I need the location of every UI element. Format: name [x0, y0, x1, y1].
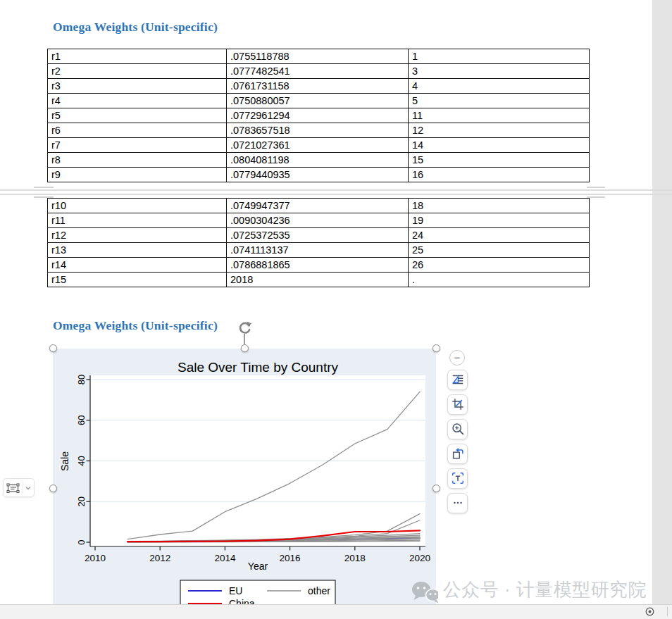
selection-handle-top-right[interactable] — [433, 344, 440, 352]
layout-options-icon — [451, 373, 465, 387]
heading-omega-weights-2[interactable]: Omega Weights (Unit-specific) — [53, 318, 218, 333]
page-break-line-bottom — [0, 194, 672, 195]
table-cell[interactable]: 3 — [409, 64, 590, 79]
rotate-arrow-icon — [237, 320, 252, 335]
table-cell[interactable]: r7 — [48, 138, 227, 153]
watermark: 公众号 · 计量模型研究院 — [438, 575, 652, 604]
table-cell[interactable]: r6 — [48, 123, 227, 138]
table-cell[interactable]: .0772961294 — [227, 108, 409, 123]
status-bar-divider — [667, 607, 668, 616]
table-cell[interactable]: r1 — [48, 49, 227, 64]
selection-handle-middle-right[interactable] — [433, 484, 440, 492]
table-cell[interactable]: r11 — [48, 213, 227, 228]
table-cell[interactable]: 26 — [409, 258, 590, 273]
extract-text-button[interactable] — [447, 468, 468, 489]
layout-options-button[interactable] — [447, 370, 468, 390]
table-cell[interactable]: .0750880057 — [227, 94, 409, 108]
rotate-icon — [451, 446, 465, 461]
table-row: r7.072102736114 — [48, 138, 590, 153]
table-cell[interactable]: r3 — [48, 79, 227, 94]
more-options-button[interactable] — [447, 493, 468, 513]
table-row: r9.077944093516 — [48, 168, 590, 182]
watermark-text: 公众号 · 计量模型研究院 — [443, 577, 647, 602]
chevron-down-icon[interactable] — [24, 484, 32, 492]
table-cell[interactable]: 4 — [409, 79, 590, 94]
table-cell[interactable]: .0761731158 — [227, 79, 409, 94]
table-cell[interactable]: r4 — [48, 94, 227, 108]
table-cell[interactable]: 5 — [409, 94, 590, 108]
crop-button[interactable] — [447, 394, 468, 415]
table-row: r14.078688186526 — [48, 258, 590, 273]
x-tick-label: 2012 — [149, 553, 170, 563]
wechat-icon — [411, 580, 442, 606]
table-cell[interactable]: r8 — [48, 153, 227, 168]
table-row: r4.07508800575 — [48, 94, 590, 108]
table-cell[interactable]: .0804081198 — [227, 153, 409, 168]
table-cell[interactable]: r14 — [48, 258, 227, 273]
table-cell[interactable]: r15 — [48, 273, 227, 287]
table-row: r6.078365751812 — [48, 123, 590, 138]
sales-chart-image[interactable]: 020406080201020122014201620182020 Sale O… — [53, 349, 436, 619]
table-cell[interactable]: 2018 — [227, 273, 409, 287]
table-cell[interactable]: .0741113137 — [227, 243, 409, 258]
table-row: r5.077296129411 — [48, 108, 590, 123]
selection-handle-top-middle[interactable] — [241, 344, 249, 352]
table-cell[interactable]: 24 — [409, 228, 590, 243]
select-object-icon — [5, 480, 22, 496]
heading-omega-weights-1[interactable]: Omega Weights (Unit-specific) — [53, 20, 218, 35]
table-cell[interactable]: r5 — [48, 108, 227, 123]
select-object-tool[interactable] — [3, 478, 35, 497]
table-cell[interactable]: r9 — [48, 168, 227, 182]
y-axis-title: Sale — [59, 451, 70, 471]
omega-table-1[interactable]: r1.07551187881r2.07774825413r3.076173115… — [47, 49, 590, 182]
table-cell[interactable]: .0090304236 — [227, 213, 409, 228]
table-cell[interactable]: .0786881865 — [227, 258, 409, 273]
x-tick-label: 2010 — [85, 553, 106, 563]
y-tick-label: 40 — [76, 456, 87, 465]
table-row: r3.07617311584 — [48, 79, 590, 94]
table-cell[interactable]: 1 — [409, 49, 590, 64]
selection-handle-middle-left[interactable] — [49, 484, 57, 492]
selection-handle-top-left[interactable] — [49, 344, 57, 352]
eye-icon[interactable] — [644, 606, 656, 617]
table-cell[interactable]: 11 — [409, 108, 590, 123]
table-cell[interactable]: r12 — [48, 228, 227, 243]
table-cell[interactable]: r10 — [48, 199, 227, 213]
omega-table-2[interactable]: r10.074994737718r11.009030423619r12.0725… — [47, 198, 590, 287]
sales-chart-svg: 020406080201020122014201620182020 Sale O… — [53, 349, 436, 619]
table-cell[interactable]: .0749947377 — [227, 199, 409, 213]
table-row: r10.074994737718 — [48, 199, 590, 213]
table-row: r8.080408119815 — [48, 153, 590, 168]
table-cell[interactable]: 12 — [409, 123, 590, 138]
table-cell[interactable]: 19 — [409, 213, 590, 228]
zoom-in-button[interactable] — [447, 419, 468, 439]
table-cell[interactable]: r2 — [48, 64, 227, 79]
table-row: r152018. — [48, 273, 590, 287]
table-cell[interactable]: .0777482541 — [227, 64, 409, 79]
legend-label-eu: EU — [229, 585, 242, 596]
crop-icon — [451, 397, 465, 411]
table-cell[interactable]: 14 — [409, 138, 590, 153]
table-cell[interactable]: 18 — [409, 199, 590, 213]
table-cell[interactable]: .0755118788 — [227, 49, 409, 64]
table-cell[interactable]: .0721027361 — [227, 138, 409, 153]
table-cell[interactable]: 25 — [409, 243, 590, 258]
table-cell[interactable]: . — [409, 273, 590, 287]
table-cell[interactable]: .0725372535 — [227, 228, 409, 243]
y-tick-label: 60 — [76, 415, 87, 425]
table-cell[interactable]: 16 — [409, 168, 590, 182]
table-cell[interactable]: 15 — [409, 153, 590, 168]
collapse-toolbar-button[interactable]: − — [449, 350, 465, 365]
x-tick-label: 2018 — [344, 553, 366, 563]
rotate-button[interactable] — [447, 444, 468, 464]
table-cell[interactable]: .0783657518 — [227, 123, 409, 138]
x-tick-label: 2020 — [409, 553, 430, 563]
table-cell[interactable]: .0779440935 — [227, 168, 409, 182]
table-cell[interactable]: r13 — [48, 243, 227, 258]
y-tick-label: 20 — [76, 496, 87, 506]
extract-text-icon — [451, 471, 465, 485]
y-tick-label: 0 — [76, 539, 87, 544]
rotation-handle[interactable] — [237, 320, 252, 335]
page-break-line-top — [0, 189, 672, 191]
rotation-handle-stem — [244, 334, 245, 344]
